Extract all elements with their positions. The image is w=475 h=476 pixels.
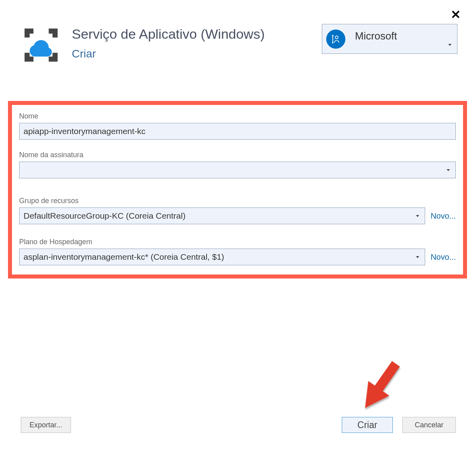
create-button[interactable]: Criar (342, 417, 393, 433)
annotation-arrow-icon (355, 356, 403, 416)
chevron-down-icon (416, 256, 419, 258)
hosting-plan-label: Plano de Hospedagem (19, 238, 456, 246)
resource-group-select[interactable]: DefaultResourceGroup-KC (Coreia Central) (19, 207, 425, 224)
subscription-label: Nome da assinatura (19, 151, 456, 159)
svg-point-3 (332, 42, 333, 43)
hosting-plan-new-link[interactable]: Novo... (431, 253, 456, 262)
name-label: Nome (19, 112, 456, 120)
svg-rect-4 (374, 361, 400, 393)
chevron-down-icon (447, 169, 450, 171)
dialog-button-bar: Exportar... Criar Cancelar (0, 415, 475, 433)
svg-marker-5 (355, 381, 389, 415)
account-selector[interactable]: Microsoft (322, 24, 457, 54)
hosting-plan-value: asplan-inventorymanagement-kc* (Coreia C… (24, 252, 224, 262)
resource-group-label: Grupo de recursos (19, 197, 456, 205)
account-avatar-icon (326, 30, 345, 49)
hosting-plan-select[interactable]: asplan-inventorymanagement-kc* (Coreia C… (19, 249, 425, 265)
subscription-select[interactable] (19, 162, 456, 178)
resource-group-new-link[interactable]: Novo... (431, 211, 456, 221)
dialog-header: Serviço de Aplicativo (Windows) Criar (21, 25, 265, 67)
account-label: Microsoft (355, 30, 448, 42)
svg-point-2 (332, 35, 333, 36)
svg-point-0 (335, 36, 338, 39)
chevron-down-icon (416, 215, 419, 217)
page-title: Serviço de Aplicativo (Windows) (72, 26, 265, 42)
form-panel: Nome Nome da assinatura Grupo de recurso… (8, 101, 467, 278)
cancel-button[interactable]: Cancelar (402, 417, 456, 433)
name-input[interactable] (19, 123, 456, 140)
close-icon[interactable]: ✕ (451, 9, 461, 21)
chevron-down-icon (448, 44, 451, 46)
app-service-icon (21, 25, 61, 67)
page-subtitle: Criar (72, 47, 265, 60)
resource-group-value: DefaultResourceGroup-KC (Coreia Central) (24, 211, 185, 221)
export-button[interactable]: Exportar... (21, 417, 71, 433)
